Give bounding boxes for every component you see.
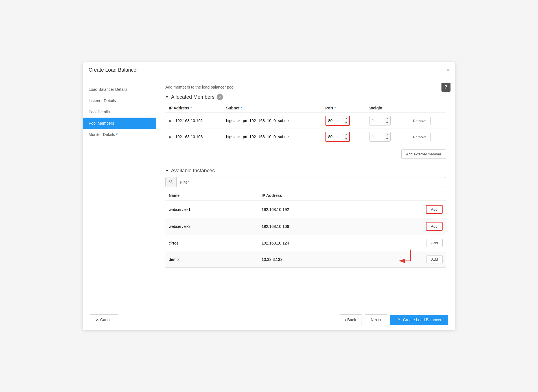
allocated-members-table: IP Address * Subnet * Port * Weight [165, 103, 446, 145]
dialog-title: Create Load Balancer [89, 67, 138, 73]
intro-text: Add members to the load balancer pool. [165, 85, 446, 89]
create-load-balancer-button[interactable]: Create Load Balancer [390, 315, 448, 325]
instance-row-webserver-2: webserver-2 192.168.10.106 Add [165, 218, 446, 235]
instance-name-4: demo [165, 251, 258, 268]
instance-ip-4: 10.32.3.132 [258, 251, 370, 268]
sidebar-item-load-balancer-details[interactable]: Load Balancer Details [83, 84, 156, 95]
weight-input-wrap-2: ▲ ▼ [369, 132, 391, 142]
footer-right: ‹ Back Next › Create Load Balancer [339, 314, 448, 325]
available-instances-title: Available Instances [171, 168, 215, 174]
allocated-row-1: ▶ 192.168.10.192 bigstack_pri_192_168_10… [165, 113, 446, 129]
add-instance-button-3[interactable]: Add [427, 239, 443, 247]
add-instance-button-1[interactable]: Add [426, 205, 443, 214]
instance-ip-1: 192.168.10.192 [258, 201, 370, 218]
allocated-subnet-2: bigstack_pri_192_168_10_0_subnet [223, 129, 322, 145]
instance-name-2: webserver-2 [165, 218, 258, 235]
row-expand-1[interactable]: ▶ [169, 118, 172, 123]
allocated-row-2: ▶ 192.168.10.106 bigstack_pri_192_168_10… [165, 129, 446, 145]
remove-button-2[interactable]: Remove [409, 133, 431, 141]
instances-table: Name IP Address webserver-1 192.168.10.1… [165, 190, 446, 268]
sidebar: Load Balancer Details Listener Details P… [83, 78, 156, 310]
col-port: Port * [322, 103, 366, 113]
port-up-1[interactable]: ▲ [343, 116, 349, 121]
add-instance-button-4[interactable]: Add [427, 255, 443, 263]
svg-point-0 [170, 180, 172, 182]
search-icon [166, 177, 177, 187]
weight-up-1[interactable]: ▲ [384, 116, 390, 121]
weight-input-wrap-1: ▲ ▼ [369, 116, 391, 125]
col-subnet: Subnet * [223, 103, 322, 113]
port-spinner-1: ▲ ▼ [343, 116, 349, 125]
dialog-body: Load Balancer Details Listener Details P… [83, 78, 455, 310]
create-load-balancer-dialog: Create Load Balancer × Load Balancer Det… [83, 62, 455, 330]
instance-row-cirros: cirros 192.168.10.124 Add [165, 235, 446, 251]
allocated-members-title: Allocated Members [171, 94, 215, 100]
remove-button-1[interactable]: Remove [409, 117, 431, 125]
allocated-subnet-1: bigstack_pri_192_168_10_0_subnet [223, 113, 322, 129]
instances-col-name: Name [165, 190, 258, 201]
next-button[interactable]: Next › [365, 314, 387, 325]
instance-name-1: webserver-1 [165, 201, 258, 218]
allocated-ip-2: 192.168.10.106 [175, 135, 203, 139]
allocated-ip-1: 192.168.10.192 [175, 118, 203, 123]
weight-spinner-1: ▲ ▼ [384, 116, 390, 125]
weight-down-2[interactable]: ▼ [384, 137, 390, 141]
port-input-1[interactable] [326, 117, 343, 125]
weight-down-1[interactable]: ▼ [384, 121, 390, 125]
sidebar-item-monitor-details[interactable]: Monitor Details * [83, 129, 156, 140]
row-expand-2[interactable]: ▶ [169, 135, 172, 139]
footer-left: ✕ Cancel [90, 314, 118, 325]
dialog-header: Create Load Balancer × [83, 62, 455, 78]
col-ip-address: IP Address * [165, 103, 223, 113]
filter-input[interactable] [177, 178, 446, 187]
instance-name-3: cirros [165, 235, 258, 251]
allocated-chevron-icon[interactable]: ▼ [165, 95, 169, 99]
col-weight: Weight [366, 103, 405, 113]
port-spinner-2: ▲ ▼ [343, 132, 349, 141]
port-input-wrap-2: ▲ ▼ [325, 132, 350, 142]
svg-line-1 [172, 182, 173, 183]
instances-chevron-icon[interactable]: ▼ [165, 169, 169, 173]
main-content: ? Add members to the load balancer pool.… [156, 78, 455, 310]
instance-row-webserver-1: webserver-1 192.168.10.192 Add [165, 201, 446, 218]
port-input-2[interactable] [326, 133, 343, 141]
add-external-member-button[interactable]: Add external member [401, 149, 446, 159]
dialog-footer: ✕ Cancel ‹ Back Next › Create Load Balan… [83, 310, 455, 330]
allocated-members-count: 2 [217, 94, 223, 100]
port-down-1[interactable]: ▼ [343, 121, 349, 125]
weight-spinner-2: ▲ ▼ [384, 132, 390, 141]
port-input-wrap-1: ▲ ▼ [325, 116, 350, 126]
instances-col-ip: IP Address [258, 190, 370, 201]
sidebar-item-listener-details[interactable]: Listener Details [83, 95, 156, 106]
allocated-members-section-header: ▼ Allocated Members 2 [165, 94, 446, 100]
help-button[interactable]: ? [441, 83, 450, 92]
instance-ip-3: 192.168.10.124 [258, 235, 370, 251]
weight-input-2[interactable] [370, 133, 384, 141]
port-up-2[interactable]: ▲ [343, 132, 349, 137]
add-instance-button-2[interactable]: Add [426, 222, 443, 231]
back-button[interactable]: ‹ Back [339, 314, 362, 325]
instance-ip-2: 192.168.10.106 [258, 218, 370, 235]
weight-input-1[interactable] [370, 117, 384, 125]
cancel-button[interactable]: ✕ Cancel [90, 314, 118, 325]
weight-up-2[interactable]: ▲ [384, 132, 390, 137]
close-button[interactable]: × [446, 67, 449, 73]
port-down-2[interactable]: ▼ [343, 137, 349, 141]
available-instances-section-header: ▼ Available Instances [165, 168, 446, 174]
add-external-wrap: Add external member [165, 149, 446, 159]
instance-row-demo: demo 10.32.3.132 Add [165, 251, 446, 268]
sidebar-item-pool-details[interactable]: Pool Details [83, 106, 156, 118]
cloud-upload-icon [397, 318, 401, 322]
sidebar-item-pool-members[interactable]: Pool Members [83, 118, 156, 129]
filter-wrap [165, 177, 446, 187]
